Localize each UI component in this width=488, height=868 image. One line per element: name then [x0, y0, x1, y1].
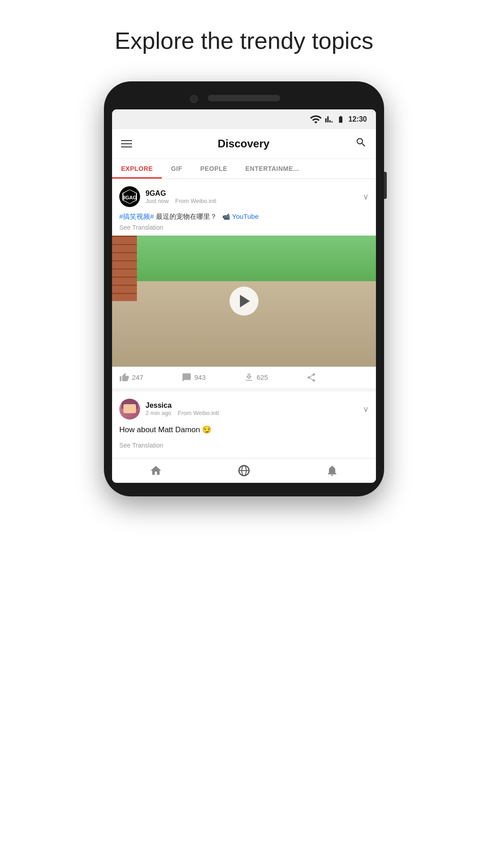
avatar-jessica: [119, 399, 140, 420]
bell-icon: [326, 464, 338, 477]
nav-discover[interactable]: [237, 464, 251, 477]
post-header-2: Jessica 2 min ago From Weibo.intl ∨: [112, 392, 376, 424]
post-meta-1: Just now From Weibo.intl: [145, 198, 216, 204]
svg-text:9GAG: 9GAG: [122, 195, 136, 200]
comment-icon: [182, 373, 192, 382]
post-content-1: #搞笑视频# 最逗的宠物在哪里？ 📹 YouTube See Translati…: [112, 212, 376, 236]
discover-icon: [237, 464, 251, 477]
post-image-1[interactable]: [112, 236, 376, 367]
phone-screen: 12:30 Discovery EXPLORE GIF: [112, 109, 376, 483]
phone-frame: 12:30 Discovery EXPLORE GIF: [104, 81, 384, 496]
author-name-2: Jessica: [145, 401, 219, 410]
comment-button[interactable]: 943: [182, 373, 244, 382]
like-icon: [119, 373, 129, 382]
status-bar: 12:30: [112, 109, 376, 129]
play-button[interactable]: [230, 287, 258, 316]
post-actions-1: 247 943 625: [112, 367, 376, 388]
search-icon: [355, 137, 367, 148]
like-count: 247: [132, 373, 143, 381]
post-card-2: Jessica 2 min ago From Weibo.intl ∨ How …: [112, 392, 376, 455]
status-icons: 12:30: [310, 113, 367, 126]
app-header: Discovery: [112, 129, 376, 159]
tab-entertainment[interactable]: ENTERTAINME...: [236, 159, 308, 179]
post-header-1: 9GAG 9GAG Just now From Weibo.intl: [112, 179, 376, 212]
tab-gif[interactable]: GIF: [162, 159, 191, 179]
battery-icon: [336, 115, 346, 123]
nav-home[interactable]: [150, 464, 162, 477]
phone-side-button: [384, 172, 387, 199]
wifi-icon: [310, 113, 322, 126]
feed: 9GAG 9GAG Just now From Weibo.intl: [112, 179, 376, 454]
hamburger-menu-button[interactable]: [121, 140, 132, 147]
post-menu-2[interactable]: ∨: [363, 404, 369, 414]
share-icon: [306, 373, 316, 382]
search-button[interactable]: [355, 137, 367, 151]
author-info-2: Jessica 2 min ago From Weibo.intl: [145, 401, 219, 416]
status-time: 12:30: [348, 115, 367, 123]
avatar-9gag: 9GAG: [119, 186, 140, 207]
post-card-1: 9GAG 9GAG Just now From Weibo.intl: [112, 179, 376, 388]
comment-count: 943: [194, 373, 206, 381]
hashtag-1[interactable]: #搞笑视频#: [119, 212, 154, 220]
page-headline: Explore the trendy topics: [115, 27, 373, 54]
9gag-logo: 9GAG: [122, 189, 137, 204]
bottom-nav: [112, 458, 376, 483]
signal-icon: [325, 115, 333, 123]
youtube-link[interactable]: YouTube: [232, 212, 259, 220]
nav-notifications[interactable]: [326, 464, 338, 477]
tab-explore[interactable]: EXPLORE: [112, 159, 162, 179]
home-icon: [150, 464, 162, 477]
post-text-1: #搞笑视频# 最逗的宠物在哪里？ 📹 YouTube: [119, 212, 369, 222]
post-author-1: 9GAG 9GAG Just now From Weibo.intl: [119, 186, 216, 207]
repost-icon: [244, 373, 254, 382]
tabs-bar: EXPLORE GIF PEOPLE ENTERTAINME...: [112, 159, 376, 179]
like-button[interactable]: 247: [119, 373, 182, 382]
play-icon: [240, 295, 250, 307]
tab-people[interactable]: PEOPLE: [191, 159, 236, 179]
repost-count: 625: [257, 373, 268, 381]
phone-speaker: [208, 95, 280, 101]
post-text-2: How about Matt Damon 😏: [112, 424, 376, 440]
see-translation-2[interactable]: See Translation: [119, 442, 369, 449]
post-meta-2: 2 min ago From Weibo.intl: [145, 410, 219, 416]
author-info-1: 9GAG Just now From Weibo.intl: [145, 189, 216, 204]
author-name-1: 9GAG: [145, 189, 216, 198]
app-title: Discovery: [218, 137, 270, 150]
phone-camera: [190, 95, 198, 103]
post-author-2: Jessica 2 min ago From Weibo.intl: [119, 399, 219, 420]
share-button[interactable]: [306, 373, 369, 382]
repost-button[interactable]: 625: [244, 373, 306, 382]
post-menu-1[interactable]: ∨: [363, 192, 369, 202]
see-translation-1[interactable]: See Translation: [119, 224, 369, 231]
